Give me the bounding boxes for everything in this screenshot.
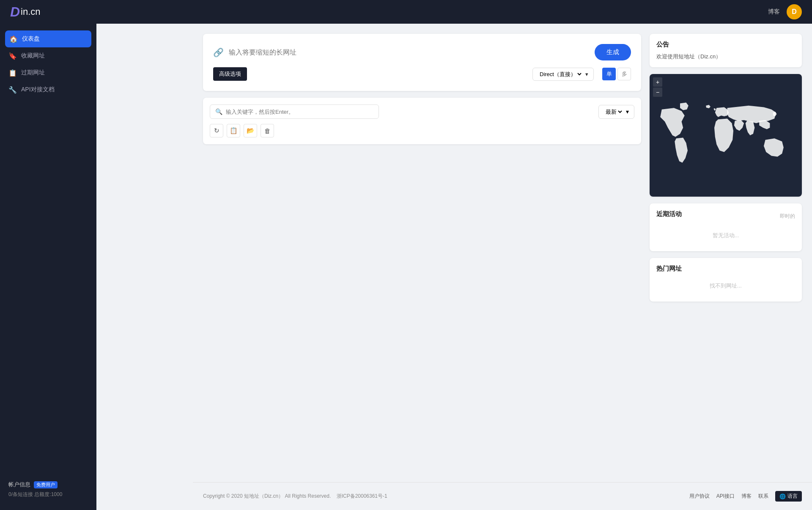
logo[interactable]: D in.cn bbox=[10, 4, 41, 20]
footer-link-blog[interactable]: 博客 bbox=[741, 493, 752, 500]
advanced-options-button[interactable]: 高级选项 bbox=[213, 67, 247, 81]
account-stats: 0/条短连接 总额度:1000 bbox=[8, 491, 88, 498]
footer-copyright: Copyright © 2020 短地址（Diz.cn） All Rights … bbox=[203, 493, 387, 500]
sidebar-item-label: 收藏网址 bbox=[21, 52, 45, 60]
activity-hint: 即时的 bbox=[780, 213, 795, 220]
sort-select-wrap[interactable]: 最新 ▾ bbox=[598, 105, 634, 119]
footer-link-terms[interactable]: 用户协议 bbox=[689, 493, 710, 500]
logo-d: D bbox=[10, 4, 20, 20]
world-map bbox=[650, 74, 802, 197]
sidebar: 🏠 仪表盘 🔖 收藏网址 📋 过期网址 🔧 API对接文档 帐户信息 免费用户 … bbox=[0, 24, 96, 510]
zoom-out-button[interactable]: − bbox=[653, 88, 662, 97]
single-multi-toggle: 单 多 bbox=[602, 68, 631, 80]
sidebar-item-dashboard[interactable]: 🏠 仪表盘 bbox=[5, 30, 91, 47]
account-info: 帐户信息 免费用户 0/条短连接 总额度:1000 bbox=[0, 476, 96, 503]
activity-card: 近期活动 即时的 暂无活动... bbox=[650, 203, 802, 251]
main-content: 🔗 生成 高级选项 Direct（直接） ▾ bbox=[193, 24, 812, 482]
sidebar-item-label: 仪表盘 bbox=[22, 35, 40, 43]
link-icon: 🔗 bbox=[213, 47, 224, 58]
activity-empty: 暂无活动... bbox=[656, 227, 795, 244]
sidebar-item-label: 过期网址 bbox=[21, 69, 45, 77]
account-title: 帐户信息 免费用户 bbox=[8, 481, 88, 488]
refresh-icon: ↻ bbox=[214, 127, 219, 134]
hoturl-card: 热门网址 找不到网址... bbox=[650, 258, 802, 302]
content-right: 公告 欢迎使用短地址（Diz.cn） + − bbox=[650, 34, 802, 472]
folder-icon: 📂 bbox=[247, 127, 255, 134]
generate-button[interactable]: 生成 bbox=[595, 44, 631, 60]
activity-title: 近期活动 bbox=[656, 210, 682, 218]
logo-text: in.cn bbox=[21, 6, 40, 17]
sidebar-item-bookmarks[interactable]: 🔖 收藏网址 bbox=[0, 47, 96, 64]
blog-link[interactable]: 博客 bbox=[768, 8, 780, 16]
url-input-row: 🔗 生成 bbox=[213, 44, 631, 60]
header: D in.cn 博客 D bbox=[0, 0, 812, 24]
footer-link-contact[interactable]: 联系 bbox=[758, 493, 768, 500]
refresh-button[interactable]: ↻ bbox=[210, 124, 223, 137]
mode-select[interactable]: Direct（直接） ▾ bbox=[532, 68, 594, 81]
action-icons-row: ↻ 📋 📂 🗑 bbox=[210, 124, 634, 137]
single-mode-button[interactable]: 单 bbox=[602, 68, 616, 80]
url-options-row: 高级选项 Direct（直接） ▾ 单 多 bbox=[213, 67, 631, 81]
api-icon: 🔧 bbox=[8, 85, 17, 94]
search-row: 🔍 最新 ▾ bbox=[210, 104, 634, 119]
search-input[interactable] bbox=[226, 109, 373, 115]
header-right: 博客 D bbox=[768, 4, 802, 19]
mode-dropdown[interactable]: Direct（直接） bbox=[538, 71, 583, 78]
footer: Copyright © 2020 短地址（Diz.cn） All Rights … bbox=[193, 482, 812, 510]
user-avatar[interactable]: D bbox=[787, 4, 802, 19]
chevron-down-icon: ▾ bbox=[585, 71, 588, 77]
footer-links: 用户协议 API接口 博客 联系 🌐 语言 bbox=[689, 491, 802, 502]
free-badge: 免费用户 bbox=[34, 481, 58, 488]
map-controls: + − bbox=[653, 77, 662, 97]
sort-dropdown[interactable]: 最新 bbox=[604, 108, 623, 115]
multi-mode-button[interactable]: 多 bbox=[617, 68, 631, 80]
hoturl-title: 热门网址 bbox=[656, 265, 795, 273]
url-card: 🔗 生成 高级选项 Direct（直接） ▾ bbox=[203, 34, 641, 91]
expired-icon: 📋 bbox=[8, 69, 17, 77]
footer-link-api[interactable]: API接口 bbox=[716, 493, 735, 500]
sidebar-item-expired[interactable]: 📋 过期网址 bbox=[0, 64, 96, 81]
url-input[interactable] bbox=[229, 49, 590, 56]
search-card: 🔍 最新 ▾ ↻ bbox=[203, 98, 641, 144]
notice-card: 公告 欢迎使用短地址（Diz.cn） bbox=[650, 34, 802, 67]
language-button[interactable]: 🌐 语言 bbox=[775, 491, 802, 502]
bookmark-icon: 🔖 bbox=[8, 52, 17, 60]
copy-button[interactable]: 📋 bbox=[227, 124, 240, 137]
globe-icon: 🌐 bbox=[779, 494, 786, 499]
folder-button[interactable]: 📂 bbox=[244, 124, 257, 137]
sidebar-item-label: API对接文档 bbox=[21, 86, 55, 93]
trash-icon: 🗑 bbox=[264, 127, 271, 134]
zoom-in-button[interactable]: + bbox=[653, 77, 662, 87]
sidebar-item-api[interactable]: 🔧 API对接文档 bbox=[0, 81, 96, 98]
layout: 🏠 仪表盘 🔖 收藏网址 📋 过期网址 🔧 API对接文档 帐户信息 免费用户 … bbox=[0, 24, 812, 510]
chevron-down-icon: ▾ bbox=[626, 108, 629, 115]
copy-icon: 📋 bbox=[230, 127, 238, 134]
notice-title: 公告 bbox=[656, 41, 795, 49]
hoturl-empty: 找不到网址... bbox=[656, 277, 795, 295]
home-icon: 🏠 bbox=[9, 35, 18, 43]
map-card: + − bbox=[650, 74, 802, 197]
search-icon: 🔍 bbox=[215, 108, 222, 115]
content-center: 🔗 生成 高级选项 Direct（直接） ▾ bbox=[203, 34, 641, 472]
activity-header: 近期活动 即时的 bbox=[656, 210, 795, 222]
delete-button[interactable]: 🗑 bbox=[261, 124, 274, 137]
search-input-wrap: 🔍 bbox=[210, 104, 379, 119]
notice-text: 欢迎使用短地址（Diz.cn） bbox=[656, 53, 795, 60]
